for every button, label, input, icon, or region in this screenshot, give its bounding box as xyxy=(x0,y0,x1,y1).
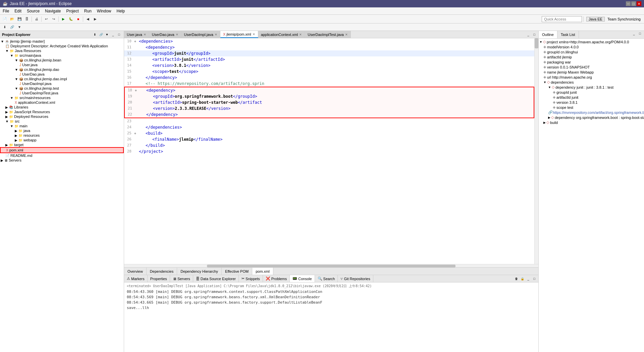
save-button[interactable]: 💾 xyxy=(16,16,23,23)
tree-item-jlemip[interactable]: ▼ ☕ jlemip [jlemip master] xyxy=(0,39,124,44)
collapse-btn[interactable]: ⬇ xyxy=(92,32,98,37)
tree-item-appcontext-xml[interactable]: X applicationContext.xml xyxy=(0,100,124,105)
view-menu-button[interactable]: ▼ xyxy=(16,24,23,31)
maximize-button[interactable]: □ xyxy=(631,1,636,6)
outline-item-dep-junit[interactable]: ▼ ◇ dependency junit : junit : 3.8.1 : t… xyxy=(539,85,644,90)
code-editor[interactable]: 10 ◆ <dependencies> 11 <dependency> 12 xyxy=(124,38,538,264)
outline-item-junit-version[interactable]: ◈ version 3.8.1 xyxy=(539,100,644,105)
tab-close-icon[interactable]: ✕ xyxy=(215,33,217,36)
outline-item-junit-artifactid[interactable]: ◈ artifactId junit xyxy=(539,95,644,100)
hscroll-thumb[interactable] xyxy=(207,265,455,267)
console-tab-properties[interactable]: Properties xyxy=(148,275,170,282)
tree-item-main[interactable]: ▼ 📁 main xyxy=(0,124,124,128)
tree-item-src[interactable]: ▼ 📁 src xyxy=(0,119,124,124)
menu-navigate[interactable]: Navigate xyxy=(42,7,63,14)
minimize-editor-btn[interactable]: _ xyxy=(526,32,531,37)
stop-button[interactable]: ■ xyxy=(75,16,82,23)
new-button[interactable]: 📄 xyxy=(1,16,8,23)
outline-item-groupid[interactable]: ◈ groupId cn.lilinghui xyxy=(539,49,644,54)
tree-item-dao-impl-pkg[interactable]: ▼ 📦 cn.lilinghui.jlemip.dao.impl xyxy=(0,77,124,81)
tree-item-servers[interactable]: ▶ 🖥 Servers xyxy=(0,158,124,163)
outline-item-junit-groupid[interactable]: ◈ groupId junit xyxy=(539,90,644,95)
tree-item-userdaoimpltest-java[interactable]: J UserDaoImplTest.java xyxy=(0,91,124,95)
perspective-team-sync[interactable]: Team Synchronizing xyxy=(605,17,643,21)
outline-item-packaging[interactable]: ◈ packaging war xyxy=(539,59,644,64)
window-controls[interactable]: ─ □ ✕ xyxy=(626,1,641,6)
tab-close-icon[interactable]: ✕ xyxy=(345,33,348,36)
viewmenu-btn[interactable]: ▼ xyxy=(104,32,110,37)
console-tab-git[interactable]: ⑂ Git Repositories xyxy=(338,275,373,282)
console-tab-problems[interactable]: ❌ Problems xyxy=(263,275,290,282)
maximize-outline-btn[interactable]: □ xyxy=(637,31,643,36)
tab-userdaoimpl-java[interactable]: UserDaoImpl.java ✕ xyxy=(181,31,220,38)
tab-close-icon[interactable]: ✕ xyxy=(253,33,255,36)
tree-item-src-main-resources[interactable]: ▼ 📁 src/main/resources xyxy=(0,95,124,100)
outline-item-project[interactable]: ▼ ◇ project xmlns=http://maven.apache.or… xyxy=(539,39,644,44)
redo-button[interactable]: ↪ xyxy=(50,16,57,23)
debug-button[interactable]: 🐛 xyxy=(67,16,74,23)
tree-item-readme[interactable]: 📄 README.md xyxy=(0,153,124,158)
tree-item-descriptor[interactable]: 📋 Deployment Descriptor: Archetype Creat… xyxy=(0,44,124,48)
console-tab-console[interactable]: 📟 Console xyxy=(290,275,315,282)
outline-item-dependencies[interactable]: ▼ ◇ dependencies xyxy=(539,80,644,85)
console-tab-search[interactable]: 🔍 Search xyxy=(315,275,338,282)
editor-vscrollbar[interactable] xyxy=(534,38,538,264)
tree-item-dao-pkg[interactable]: ▼ 📦 cn.lilinghui.jlemip.dao xyxy=(0,67,124,72)
console-tab-markers[interactable]: ⚠ Markers xyxy=(124,275,148,282)
tree-item-test-pkg[interactable]: ▼ 📦 cn.lilinghui.jlemip.test xyxy=(0,86,124,91)
console-tab-snippets[interactable]: ✂ Snippets xyxy=(239,275,263,282)
menu-run[interactable]: Run xyxy=(82,7,94,14)
minimize-button[interactable]: ─ xyxy=(626,1,631,6)
tree-item-deployed-resources[interactable]: ▶ 📁 Deployed Resources xyxy=(0,114,124,119)
tree-item-webapp[interactable]: ▶ 📁 webapp xyxy=(0,138,124,142)
outline-item-mvn-link[interactable]: 🔗 https://mvnrepository.com/artifact/org… xyxy=(539,110,644,115)
minimize-outline-btn[interactable]: _ xyxy=(631,31,637,36)
tab-close-icon[interactable]: ✕ xyxy=(144,33,146,36)
tree-item-bean-pkg[interactable]: ▼ 📦 cn.lilinghui.jlemip.bean xyxy=(0,58,124,62)
menu-source[interactable]: Source xyxy=(24,7,42,14)
collapse-all-button[interactable]: ⬇ xyxy=(1,24,8,31)
tree-item-src-main-java[interactable]: ▼ 📁 src/main/java xyxy=(0,53,124,58)
link-btn[interactable]: 🔗 xyxy=(98,32,104,37)
tree-item-java-resources[interactable]: ▼ 📁 Java Resources xyxy=(0,48,124,53)
menu-help[interactable]: Help xyxy=(114,7,128,14)
console-controls[interactable]: 🗑 🔒 _ □ xyxy=(514,276,538,281)
console-tab-servers[interactable]: 🖥 Servers xyxy=(170,275,193,282)
tab-userdao-java[interactable]: UserDao.java ✕ xyxy=(149,31,181,38)
minimize-console-btn[interactable]: _ xyxy=(526,276,531,281)
run-button[interactable]: ▶ xyxy=(60,16,67,23)
outline-item-version[interactable]: ◈ version 0.0.1-SNAPSHOT xyxy=(539,64,644,70)
vscroll-thumb[interactable] xyxy=(535,38,538,48)
quick-access-input[interactable] xyxy=(542,16,582,22)
maximize-editor-btn[interactable]: □ xyxy=(532,32,537,37)
tree-item-pom-xml[interactable]: X pom.xml xyxy=(0,147,124,153)
outline-item-build[interactable]: ▶ ◇ build xyxy=(539,120,644,125)
console-tab-datasource[interactable]: 🗄 Data Source Explorer xyxy=(193,275,239,282)
bottom-tab-dep-hierarchy[interactable]: Dependency Hierarchy xyxy=(177,268,222,275)
maximize-panel-btn[interactable]: □ xyxy=(116,32,122,37)
perspective-java-ee[interactable]: Java EE xyxy=(586,17,605,21)
tree-item-java-dir[interactable]: ▶ 📁 java xyxy=(0,128,124,133)
tab-user-java[interactable]: User.java ✕ xyxy=(124,31,149,38)
tree-item-userdao-java[interactable]: J UserDao.java xyxy=(0,72,124,77)
tab-task-list[interactable]: Task List xyxy=(557,31,579,38)
close-button[interactable]: ✕ xyxy=(637,1,641,6)
menu-edit[interactable]: Edit xyxy=(12,7,24,14)
tree-item-resources-dir[interactable]: ▶ 📁 resources xyxy=(0,133,124,138)
tab-outline[interactable]: Outline xyxy=(539,31,557,38)
save-all-button[interactable]: 🗄 xyxy=(23,16,30,23)
tab-close-icon[interactable]: ✕ xyxy=(299,33,302,36)
link-editor-button[interactable]: 🔗 xyxy=(9,24,15,31)
outline-item-junit-scope[interactable]: ◈ scope test xyxy=(539,105,644,110)
open-button[interactable]: 📂 xyxy=(9,16,15,23)
outline-item-dep-springboot[interactable]: ▶ ◇ dependency org.springframework.boot … xyxy=(539,115,644,120)
maximize-console-btn[interactable]: □ xyxy=(532,276,537,281)
print-button[interactable]: 🖨 xyxy=(33,16,40,23)
menu-file[interactable]: File xyxy=(0,7,12,14)
editor-tab-controls[interactable]: _ □ xyxy=(526,32,538,37)
outline-controls[interactable]: _ □ xyxy=(631,31,644,38)
forward-button[interactable]: ▶ xyxy=(92,16,99,23)
tree-item-user-java[interactable]: J User.java xyxy=(0,62,124,67)
menu-project[interactable]: Project xyxy=(63,7,81,14)
outline-item-artifactid[interactable]: ◈ artifactId jlemip xyxy=(539,54,644,59)
